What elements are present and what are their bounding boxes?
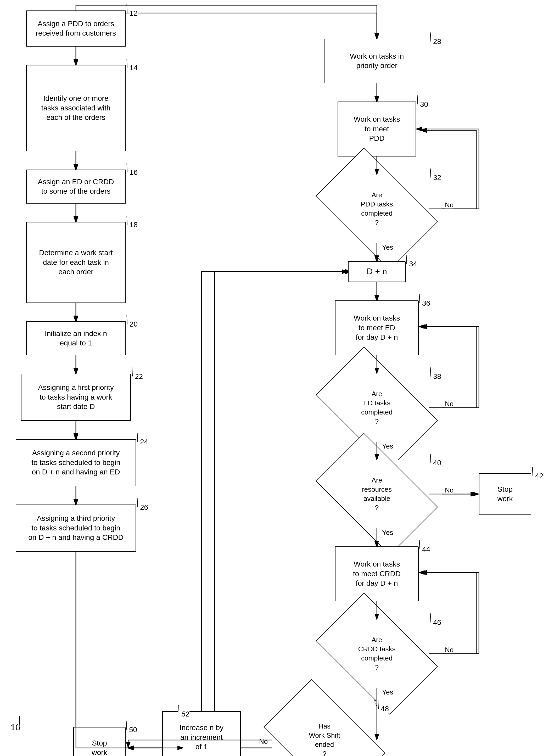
- ref-34: 34: [409, 260, 417, 268]
- ref-20: 20: [129, 320, 137, 329]
- ref-22: 22: [135, 372, 143, 381]
- box-44: Work on tasksto meet CRDDfor day D + n: [335, 546, 419, 601]
- diamond-38: AreED taskscompleted?: [325, 374, 429, 442]
- diamond-48: HasWork Shiftended?: [272, 706, 377, 756]
- ref-18: 18: [129, 221, 137, 229]
- box-30: Work on tasksto meetPDD: [338, 102, 416, 157]
- ref-28: 28: [433, 38, 441, 46]
- ref-36: 36: [422, 299, 430, 307]
- ref-12: 12: [129, 9, 137, 17]
- ref-48: 48: [381, 705, 389, 713]
- ref-24: 24: [140, 438, 148, 446]
- d46-no-label: No: [445, 646, 453, 654]
- d46-yes-label: Yes: [382, 688, 393, 696]
- box-34: D + n: [348, 261, 406, 282]
- ref-14: 14: [129, 64, 137, 72]
- box-12: Assign a PDD to orders received from cus…: [26, 10, 126, 47]
- box-16: Assign an ED or CRDDto some of the order…: [26, 170, 126, 203]
- box-14: Identify one or moretasks associated wit…: [26, 65, 126, 151]
- ref-52: 52: [181, 710, 189, 718]
- ref-38: 38: [433, 372, 441, 381]
- flowchart-diagram: 10 ╱ Assign a PDD to orders received fro…: [0, 0, 554, 756]
- box-50: Stopwork: [73, 727, 126, 756]
- box-52: Increase n byan incrementof 1: [162, 711, 241, 756]
- box-18: Determine a work startdate for each task…: [26, 222, 126, 303]
- box-22: Assigning a first priorityto tasks havin…: [21, 374, 131, 421]
- box-28: Work on tasks inpriority order: [325, 39, 429, 83]
- ref-42: 42: [535, 472, 543, 480]
- box-42: Stopwork: [479, 473, 531, 515]
- d40-yes-label: Yes: [382, 529, 393, 537]
- ref-46: 46: [433, 618, 441, 627]
- d40-no-label: No: [445, 486, 453, 494]
- ref-26: 26: [140, 503, 148, 512]
- box-24: Assigning a second priorityto tasks sche…: [16, 439, 136, 486]
- ref-44: 44: [422, 545, 430, 554]
- d48-no-label: No: [259, 738, 268, 746]
- ref-30: 30: [420, 100, 428, 109]
- ref-16: 16: [129, 168, 137, 177]
- ref-40: 40: [433, 459, 441, 467]
- d32-yes-label: Yes: [382, 243, 393, 251]
- d38-yes-label: Yes: [382, 442, 393, 450]
- box-36: Work on tasksto meet EDfor day D + n: [335, 300, 419, 355]
- diamond-46: AreCRDD taskscompleted?: [325, 620, 429, 688]
- d38-no-label: No: [445, 400, 453, 408]
- box-20: Initialize an index nequal to 1: [26, 322, 126, 355]
- ref-32: 32: [433, 174, 441, 182]
- box-26: Assigning a third priorityto tasks sched…: [16, 505, 136, 551]
- d32-no-label: No: [445, 201, 453, 209]
- ref-50: 50: [129, 725, 137, 734]
- diamond-40: Areresourcesavailable?: [325, 460, 429, 528]
- diamond-32: ArePDD taskscompleted?: [325, 175, 429, 243]
